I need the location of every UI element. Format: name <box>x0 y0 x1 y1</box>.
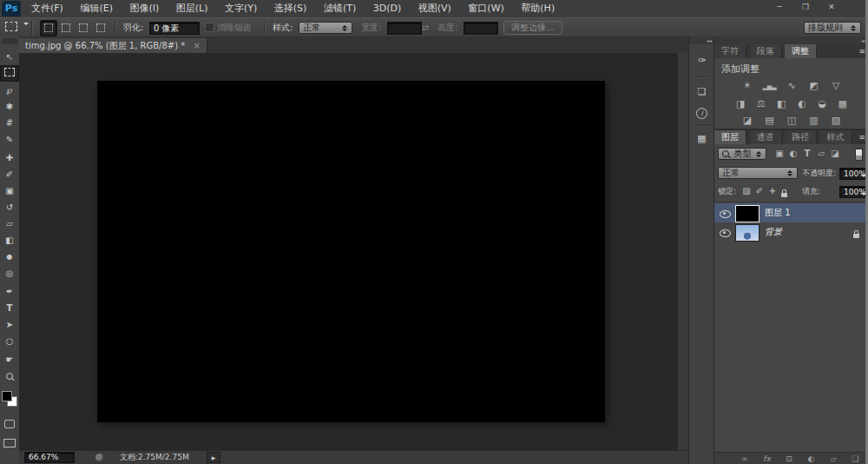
brightness-contrast-icon[interactable]: ☀ <box>738 77 757 94</box>
menu-select[interactable]: 选择(S) <box>267 0 314 17</box>
clone-stamp-tool[interactable]: ▣ <box>0 182 19 199</box>
panel-menu-icon[interactable]: ≡ <box>858 130 868 144</box>
refine-edge-button[interactable]: 调整边缘… <box>503 21 562 35</box>
opacity-caret-icon[interactable] <box>861 171 866 182</box>
gradient-map-icon[interactable]: ▥ <box>805 112 824 129</box>
menu-filter[interactable]: 滤镜(T) <box>317 0 363 17</box>
color-balance-icon[interactable]: ⚖ <box>753 96 770 112</box>
crop-tool[interactable]: # <box>0 115 19 131</box>
canvas[interactable] <box>97 81 605 422</box>
tab-paths[interactable]: 路径 <box>785 130 817 144</box>
tool-preset-picker[interactable] <box>5 22 29 34</box>
vertical-scrollbar[interactable] <box>677 53 688 451</box>
filter-smart-objects-icon[interactable]: ◪ <box>829 146 841 162</box>
posterize-icon[interactable]: ▤ <box>760 112 779 129</box>
width-input[interactable] <box>387 22 422 35</box>
blur-tool[interactable]: ● <box>0 249 19 265</box>
eraser-tool[interactable]: ▱ <box>0 215 19 232</box>
type-tool[interactable]: T <box>0 300 19 316</box>
menu-view[interactable]: 视图(V) <box>411 0 458 17</box>
clone-source-panel-button[interactable]: ❏ <box>689 82 714 103</box>
status-options-button[interactable]: ▶ <box>207 452 220 463</box>
gradient-tool[interactable]: ◧ <box>0 232 19 249</box>
pen-tool[interactable]: ✒ <box>0 283 19 300</box>
move-tool[interactable]: ↖ <box>0 49 19 65</box>
dock-collapse-button[interactable]: ◂◂ <box>689 36 714 44</box>
lock-all-icon[interactable] <box>781 189 787 200</box>
new-selection-button[interactable] <box>40 20 57 36</box>
menu-layer[interactable]: 图层(L) <box>169 0 215 17</box>
dodge-tool[interactable]: ◎ <box>0 265 19 282</box>
minimize-button[interactable]: ─ <box>768 2 791 14</box>
brush-panel-button[interactable]: ✑ <box>689 50 714 71</box>
filter-adjustment-layers-icon[interactable]: ◐ <box>787 146 799 162</box>
vibrance-icon[interactable]: ▽ <box>826 77 845 94</box>
panel-menu-icon[interactable]: ≡ <box>858 44 868 58</box>
document-tab[interactable]: timg.jpg @ 66.7% (图层 1, RGB/8#) * × <box>19 38 207 53</box>
subtract-selection-button[interactable] <box>75 20 92 36</box>
black-white-icon[interactable]: ◧ <box>773 96 790 112</box>
levels-icon[interactable]: ▂▅▃ <box>760 79 779 96</box>
menu-window[interactable]: 窗口(W) <box>461 0 510 17</box>
swap-dimensions-icon[interactable]: ⇄ <box>422 18 429 37</box>
lock-paint-icon[interactable]: ✐ <box>753 183 766 199</box>
blend-mode-dropdown[interactable]: 正常 <box>718 167 798 179</box>
filter-shape-layers-icon[interactable]: ▱ <box>815 146 827 162</box>
filter-kind-dropdown[interactable]: 类型 <box>718 148 766 160</box>
layer-style-icon[interactable]: fx <box>758 453 777 464</box>
filter-pixel-layers-icon[interactable]: ▣ <box>773 146 786 162</box>
lasso-tool[interactable]: ℘ <box>0 82 19 98</box>
filter-toggle-switch[interactable] <box>855 149 863 161</box>
color-swatches[interactable] <box>0 388 19 412</box>
info-panel-button[interactable]: i <box>689 103 714 123</box>
curves-icon[interactable]: ∿ <box>782 77 801 94</box>
foreground-color-swatch[interactable] <box>2 391 12 401</box>
ellipse-tool[interactable]: ○ <box>0 333 19 349</box>
filter-type-layers-icon[interactable]: T <box>801 146 813 162</box>
menu-file[interactable]: 文件(F) <box>24 0 70 17</box>
eyedropper-tool[interactable]: ✎ <box>0 131 19 148</box>
color-lookup-icon[interactable]: ▦ <box>834 96 852 112</box>
layer-name[interactable]: 图层 1 <box>765 203 791 222</box>
tab-close-icon[interactable]: × <box>193 41 200 50</box>
add-selection-button[interactable] <box>57 20 75 36</box>
layer-name[interactable]: 背景 <box>765 222 782 242</box>
tab-layers[interactable]: 图层 <box>714 130 746 144</box>
visibility-eye-icon[interactable] <box>720 229 731 240</box>
workspace-switcher[interactable]: 排版规则 <box>804 22 861 34</box>
style-dropdown[interactable]: 正常 <box>299 22 352 34</box>
new-adjustment-layer-icon[interactable]: ◐ <box>802 453 821 464</box>
exposure-icon[interactable]: ◩ <box>805 77 824 94</box>
tab-paragraph[interactable]: 段落 <box>750 44 782 58</box>
invert-icon[interactable]: ◪ <box>738 112 757 129</box>
threshold-icon[interactable]: ◫ <box>782 112 801 129</box>
history-brush-tool[interactable]: ↺ <box>0 199 19 215</box>
close-button[interactable]: ✕ <box>820 2 843 14</box>
layer-thumbnail[interactable] <box>735 224 760 242</box>
quick-mask-button[interactable] <box>0 417 19 434</box>
zoom-level-input[interactable]: 66.67% <box>24 452 75 463</box>
menu-help[interactable]: 帮助(H) <box>514 0 562 17</box>
path-selection-tool[interactable]: ➤ <box>0 316 19 333</box>
channel-mixer-icon[interactable]: ◒ <box>813 96 831 112</box>
height-input[interactable] <box>464 22 498 35</box>
antialias-checkbox[interactable] <box>205 23 214 32</box>
rectangular-marquee-tool[interactable] <box>0 65 19 82</box>
tab-channels[interactable]: 通道 <box>750 130 782 144</box>
pasteboard[interactable] <box>19 53 688 451</box>
link-layers-icon[interactable]: ∞ <box>735 453 754 464</box>
menu-3d[interactable]: 3D(D) <box>366 0 409 17</box>
new-group-icon[interactable]: ▱ <box>824 453 843 464</box>
hue-saturation-icon[interactable]: ◨ <box>732 96 749 112</box>
lock-transparency-icon[interactable]: ▨ <box>740 183 753 199</box>
screen-mode-button[interactable] <box>0 436 19 453</box>
fill-caret-icon[interactable] <box>861 189 866 201</box>
layer-thumbnail[interactable] <box>735 205 760 222</box>
layer-row-background[interactable]: 背景 <box>714 222 868 242</box>
add-layer-mask-icon[interactable]: ⊡ <box>779 453 799 464</box>
selective-color-icon[interactable]: ▨ <box>826 112 845 129</box>
tab-character[interactable]: 字符 <box>714 44 746 58</box>
menu-type[interactable]: 文字(Y) <box>218 0 264 17</box>
new-layer-icon[interactable]: ❏ <box>846 453 865 464</box>
restore-button[interactable]: ❐ <box>794 2 817 14</box>
